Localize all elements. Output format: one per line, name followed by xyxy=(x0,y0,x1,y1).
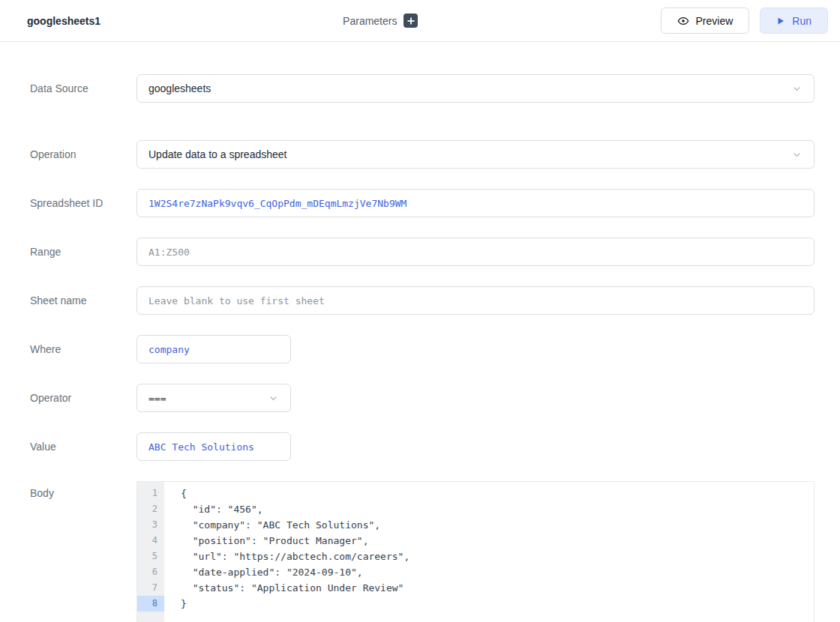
range-value: A1:Z500 xyxy=(148,247,190,258)
where-input[interactable]: company xyxy=(136,335,291,363)
field-row-value: Value ABC Tech Solutions xyxy=(30,432,814,461)
operation-value: Update data to a spreadsheet xyxy=(148,148,286,160)
spreadsheet-id-value: 1W2S4re7zNaPk9vqv6_CqOpPdm_mDEqmLmzjVe7N… xyxy=(148,198,406,209)
line-number: 6 xyxy=(137,564,164,580)
code-line[interactable]: } xyxy=(181,596,814,612)
line-number: 3 xyxy=(137,517,164,533)
code-line[interactable]: "date-applied": "2024-09-10", xyxy=(181,564,814,580)
where-label: Where xyxy=(30,343,136,355)
preview-button-label: Preview xyxy=(696,15,734,27)
code-gutter: 12345678 xyxy=(137,482,164,622)
data-source-label: Data Source xyxy=(30,82,136,94)
sheet-name-input[interactable]: Leave blank to use first sheet xyxy=(136,286,814,315)
range-label: Range xyxy=(30,246,136,258)
add-parameter-button[interactable] xyxy=(404,13,418,28)
field-row-body: Body 12345678 { "id": "456", "company": … xyxy=(30,481,814,622)
chevron-down-icon xyxy=(791,83,802,94)
field-row-range: Range A1:Z500 xyxy=(30,238,814,266)
value-label: Value xyxy=(30,441,136,453)
run-button[interactable]: Run xyxy=(760,7,828,34)
where-value: company xyxy=(148,344,190,355)
value-input[interactable]: ABC Tech Solutions xyxy=(136,432,291,461)
code-lines[interactable]: { "id": "456", "company": "ABC Tech Solu… xyxy=(164,482,814,622)
field-row-operation: Operation Update data to a spreadsheet xyxy=(30,140,814,169)
code-line[interactable]: "id": "456", xyxy=(181,501,814,517)
data-source-value: googlesheets xyxy=(148,82,211,94)
field-row-data-source: Data Source googlesheets xyxy=(30,74,814,103)
field-row-where: Where company xyxy=(30,335,814,363)
chevron-down-icon xyxy=(791,149,802,160)
operator-label: Operator xyxy=(30,392,136,404)
range-input[interactable]: A1:Z500 xyxy=(136,238,814,266)
spreadsheet-id-input[interactable]: 1W2S4re7zNaPk9vqv6_CqOpPdm_mDEqmLmzjVe7N… xyxy=(136,189,814,217)
line-number: 4 xyxy=(137,533,164,549)
preview-button[interactable]: Preview xyxy=(661,7,750,34)
topbar: googlesheets1 Parameters Preview Run xyxy=(0,0,840,42)
line-number: 2 xyxy=(137,501,164,517)
line-number: 8 xyxy=(137,596,164,612)
sheet-name-label: Sheet name xyxy=(30,295,136,307)
data-source-select[interactable]: googlesheets xyxy=(136,74,814,103)
chevron-down-icon xyxy=(268,393,279,404)
sheet-name-placeholder: Leave blank to use first sheet xyxy=(148,295,325,307)
plus-icon xyxy=(407,17,415,25)
operator-value: === xyxy=(148,393,166,404)
parameters-section: Parameters xyxy=(100,13,660,28)
code-line[interactable]: "position": "Product Manager", xyxy=(181,533,814,549)
parameters-form: Data Source googlesheets Operation Updat… xyxy=(0,42,840,622)
line-number: 5 xyxy=(137,549,164,564)
code-line[interactable]: "url": "https://abctech.com/careers", xyxy=(181,549,814,564)
field-row-spreadsheet-id: Spreadsheet ID 1W2S4re7zNaPk9vqv6_CqOpPd… xyxy=(30,189,814,217)
code-line[interactable]: { xyxy=(181,486,814,501)
field-row-sheet-name: Sheet name Leave blank to use first shee… xyxy=(30,286,814,315)
body-label: Body xyxy=(30,481,136,499)
parameters-label: Parameters xyxy=(343,15,397,27)
page-title: googlesheets1 xyxy=(27,15,100,27)
topbar-actions: Preview Run xyxy=(661,7,828,34)
spreadsheet-id-label: Spreadsheet ID xyxy=(30,197,136,209)
operation-select[interactable]: Update data to a spreadsheet xyxy=(136,140,814,169)
body-code-editor[interactable]: 12345678 { "id": "456", "company": "ABC … xyxy=(136,481,814,622)
code-line[interactable]: "company": "ABC Tech Solutions", xyxy=(181,517,814,533)
play-icon xyxy=(776,16,785,25)
line-number: 7 xyxy=(137,580,164,596)
value-value: ABC Tech Solutions xyxy=(148,441,254,453)
operation-label: Operation xyxy=(30,148,136,160)
code-line[interactable]: "status": "Application Under Review" xyxy=(181,580,814,596)
eye-icon xyxy=(677,15,689,27)
operator-select[interactable]: === xyxy=(136,384,291,412)
field-row-operator: Operator === xyxy=(30,384,814,412)
run-button-label: Run xyxy=(792,15,812,27)
line-number: 1 xyxy=(137,486,164,501)
